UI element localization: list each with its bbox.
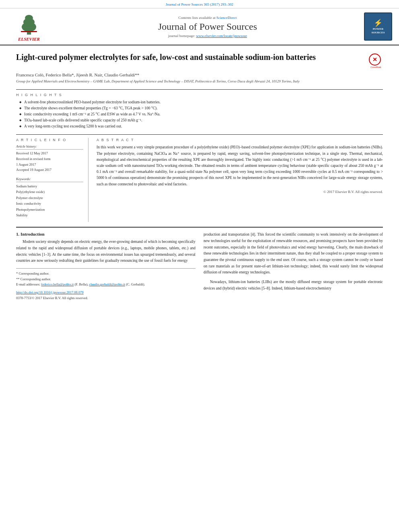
article-content: Light-cured polymer electrolytes for saf…	[0, 45, 399, 307]
article-info-label: A R T I C L E I N F O	[16, 138, 83, 142]
article-title-section: Light-cured polymer electrolytes for saf…	[16, 52, 383, 68]
crossmark: ✕ CrossMark	[369, 53, 383, 68]
abstract-text: In this work we present a very simple pr…	[97, 144, 383, 187]
list-item: Polymer electrolyte	[16, 195, 83, 201]
issn: 0378-7753/© 2017 Elsevier B.V. All right…	[16, 296, 195, 301]
list-item: Ionic conductivity exceeding 1 mS cm⁻¹ a…	[19, 111, 383, 117]
intro-right-text: production and transportation [4]. This …	[204, 232, 383, 276]
intro-para-left: Modern society strongly depends on elect…	[16, 239, 195, 264]
svg-point-3	[25, 15, 33, 21]
homepage-link[interactable]: www.elsevier.com/locate/jpowsour	[196, 34, 247, 38]
list-item: Ionic conductivity	[16, 201, 83, 206]
highlights-section: H I G H L I G H T S A solvent-free photo…	[16, 93, 383, 130]
article-info: A R T I C L E I N F O Article history: R…	[16, 138, 88, 222]
doi-link: http://dx.doi.org/10.1016/j.jpowsour.201…	[16, 290, 195, 296]
body-two-col: 1. Introduction Modern society strongly …	[16, 232, 383, 301]
journal-homepage: journal homepage: www.elsevier.com/locat…	[53, 34, 362, 38]
svg-rect-4	[21, 31, 37, 32]
footnote-emails: E-mail addresses: federico.bella@polito.…	[16, 282, 195, 288]
abstract-section: A B S T R A C T In this work we present …	[97, 138, 383, 222]
sciencedirect-link[interactable]: ScienceDirect	[216, 16, 237, 20]
journal-header: ELSEVIER Contents lists available at Sci…	[0, 8, 399, 45]
highlights-label: H I G H L I G H T S	[16, 93, 383, 97]
accepted-date: Accepted 19 August 2017	[16, 167, 83, 173]
footnote-email2-link[interactable]: claudio.gerbaldi@polito.it	[89, 282, 125, 286]
header-left: ELSEVIER	[5, 12, 53, 41]
body-rule-top	[16, 227, 383, 228]
journal-title-header: Journal of Power Sources	[53, 21, 362, 32]
list-item: The electrolyte shows excellent thermal …	[19, 105, 383, 111]
logo-lightning-icon: ⚡	[374, 18, 383, 27]
keywords-label: Keywords:	[16, 177, 83, 182]
list-item: Stability	[16, 212, 83, 218]
highlights-rule-top	[16, 89, 383, 90]
list-item: Photopolymerization	[16, 207, 83, 212]
list-item: Sodium battery	[16, 183, 83, 189]
power-sources-logo: ⚡ POWERSOURCES	[364, 12, 392, 41]
keywords-section: Keywords: Sodium battery Poly(ethylene o…	[16, 177, 83, 218]
introduction-heading: 1. Introduction	[16, 232, 195, 236]
article-history: Article history: Received 12 May 2017 Re…	[16, 144, 83, 173]
copyright: © 2017 Elsevier B.V. All rights reserved…	[97, 190, 383, 194]
body-left-col: 1. Introduction Modern society strongly …	[16, 232, 195, 301]
body-right-col: production and transportation [4]. This …	[204, 232, 383, 301]
crossmark-badge: ✕	[369, 53, 381, 66]
logo-text: POWERSOURCES	[371, 27, 385, 35]
footnotes: * Corresponding author. ** Corresponding…	[16, 268, 195, 288]
header-right: ⚡ POWERSOURCES	[362, 12, 394, 41]
authors: Francesca Colò, Federico Bella*, Jijeesh…	[16, 72, 383, 77]
footnote-corresponding2: ** Corresponding author.	[16, 277, 195, 282]
list-item: A solvent-free photocrosslinked PEO-base…	[19, 99, 383, 105]
article-info-rule-top	[16, 134, 383, 135]
list-item: Poly(ethylene oxide)	[16, 189, 83, 195]
intro-left-text: Modern society strongly depends on elect…	[16, 239, 195, 264]
received-revised: Received in revised form1 August 2017	[16, 156, 83, 167]
header-center: Contents lists available at ScienceDirec…	[53, 16, 362, 38]
sciencedirect-text: Contents lists available at ScienceDirec…	[53, 16, 362, 20]
journal-reference: Journal of Power Sources 365 (2017) 293–…	[166, 2, 233, 6]
highlights-list: A solvent-free photocrosslinked PEO-base…	[16, 99, 383, 130]
authors-text: Francesca Colò, Federico Bella*, Jijeesh…	[16, 72, 139, 77]
page-wrapper: Journal of Power Sources 365 (2017) 293–…	[0, 0, 399, 307]
article-info-abstract: A R T I C L E I N F O Article history: R…	[16, 138, 383, 222]
history-label: Article history:	[16, 144, 83, 150]
list-item: TiO₂-based lab-scale cells delivered sta…	[19, 117, 383, 123]
footnote-email1-link[interactable]: federico.bella@polito.it	[41, 282, 74, 286]
abstract-label: A B S T R A C T	[97, 138, 383, 142]
received-date: Received 12 May 2017	[16, 151, 83, 156]
list-item: A very long-term cycling test exceeding …	[19, 123, 383, 129]
article-title: Light-cured polymer electrolytes for saf…	[16, 52, 365, 62]
keywords-list: Sodium battery Poly(ethylene oxide) Poly…	[16, 183, 83, 218]
intro-right-para2: Nowadays, lithium-ion batteries (LIBs) a…	[204, 279, 383, 292]
crossmark-label: CrossMark	[369, 66, 383, 68]
affiliation: Group for Applied Materials and Electroc…	[16, 79, 383, 84]
elsevier-tree-icon	[13, 12, 45, 36]
elsevier-logo-text: ELSEVIER	[18, 37, 40, 41]
top-ref-bar: Journal of Power Sources 365 (2017) 293–…	[0, 0, 399, 8]
footnote-corresponding1: * Corresponding author.	[16, 271, 195, 277]
doi-anchor[interactable]: http://dx.doi.org/10.1016/j.jpowsour.201…	[16, 290, 84, 294]
